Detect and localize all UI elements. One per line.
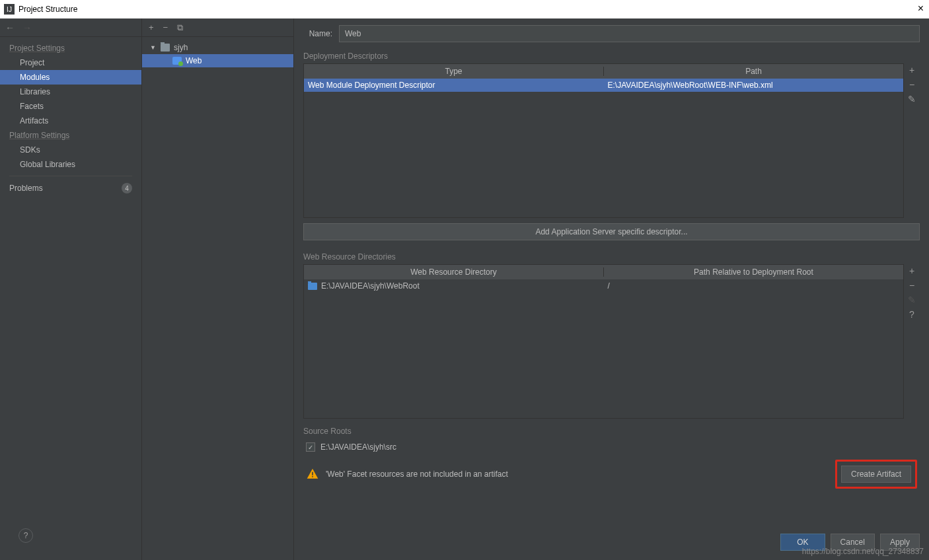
problems-label: Problems xyxy=(9,184,43,193)
module-tree-panel: + − ⧉ ▼ sjyh Web xyxy=(142,18,294,560)
source-root-path: E:\JAVAIDEA\sjyh\src xyxy=(320,442,396,452)
sidebar-item-global-libraries[interactable]: Global Libraries xyxy=(0,157,141,172)
copy-icon[interactable]: ⧉ xyxy=(177,22,183,33)
section-project-settings: Project Settings xyxy=(0,41,141,55)
source-root-item[interactable]: ✓ E:\JAVAIDEA\sjyh\src xyxy=(303,438,920,456)
add-icon[interactable]: + xyxy=(149,22,154,32)
help-icon[interactable]: ? xyxy=(19,528,33,543)
sidebar-item-sdks[interactable]: SDKs xyxy=(0,143,141,157)
name-label: Name: xyxy=(303,29,332,38)
dd-edit-icon[interactable]: ✎ xyxy=(908,94,916,104)
create-artifact-button[interactable]: Create Artifact xyxy=(841,466,911,483)
back-icon[interactable]: ← xyxy=(5,22,15,33)
wrd-help-icon[interactable]: ? xyxy=(909,309,914,320)
name-row: Name: xyxy=(303,25,920,42)
checkbox-icon[interactable]: ✓ xyxy=(306,442,315,452)
warning-text: 'Web' Facet resources are not included i… xyxy=(326,470,829,479)
add-app-server-descriptor-button[interactable]: Add Application Server specific descript… xyxy=(303,223,920,240)
wrd-row-rel: / xyxy=(604,281,904,291)
dd-row[interactable]: Web Module Deployment Descriptor E:\JAVA… xyxy=(304,79,903,92)
wrd-row-dir: E:\JAVAIDEA\sjyh\WebRoot xyxy=(304,281,604,291)
dd-add-icon[interactable]: + xyxy=(909,65,914,75)
app-icon: IJ xyxy=(4,4,15,15)
sidebar-nav: ← → xyxy=(0,18,141,37)
close-icon[interactable]: × xyxy=(918,3,924,15)
wrd-header: Web Resource Directory Path Relative to … xyxy=(304,265,903,279)
remove-icon[interactable]: − xyxy=(163,22,168,32)
dd-row-path: E:\JAVAIDEA\sjyh\WebRoot\WEB-INF\web.xml xyxy=(604,81,904,90)
dd-row-type: Web Module Deployment Descriptor xyxy=(304,81,604,90)
source-roots-label: Source Roots xyxy=(303,427,920,436)
svg-rect-0 xyxy=(312,472,313,475)
dd-col-path: Path xyxy=(604,67,903,76)
sidebar-item-libraries[interactable]: Libraries xyxy=(0,85,141,99)
forward-icon: → xyxy=(22,22,32,33)
warning-row: 'Web' Facet resources are not included i… xyxy=(303,456,920,495)
sidebar-item-problems[interactable]: Problems 4 xyxy=(0,180,141,196)
module-icon xyxy=(161,44,170,52)
tree-toolbar: + − ⧉ xyxy=(142,18,293,37)
dd-actions: + − ✎ xyxy=(904,63,920,218)
warning-icon xyxy=(306,468,319,481)
name-input[interactable] xyxy=(339,25,920,42)
sidebar-item-modules[interactable]: Modules xyxy=(0,70,141,85)
dd-remove-icon[interactable]: − xyxy=(909,79,914,90)
wrd-edit-icon: ✎ xyxy=(908,295,916,305)
sidebar-item-project[interactable]: Project xyxy=(0,55,141,70)
tree-row-facet[interactable]: Web xyxy=(142,54,293,67)
module-label: sjyh xyxy=(174,43,188,52)
section-platform-settings: Platform Settings xyxy=(0,128,141,143)
web-facet-icon xyxy=(172,57,182,65)
sidebar-item-facets[interactable]: Facets xyxy=(0,99,141,114)
watermark: https://blog.csdn.net/qq_27348837 xyxy=(802,547,924,556)
wrd-add-icon[interactable]: + xyxy=(909,265,914,276)
folder-icon xyxy=(308,283,317,290)
tree-row-module[interactable]: ▼ sjyh xyxy=(142,41,293,54)
dd-table: Type Path Web Module Deployment Descript… xyxy=(303,63,904,218)
wrd-row[interactable]: E:\JAVAIDEA\sjyh\WebRoot / xyxy=(304,279,903,293)
wrd-section-label: Web Resource Directories xyxy=(303,252,920,262)
wrd-actions: + − ✎ ? xyxy=(904,264,920,419)
wrd-table: Web Resource Directory Path Relative to … xyxy=(303,264,904,419)
expander-icon[interactable]: ▼ xyxy=(150,44,158,51)
problems-badge: 4 xyxy=(122,183,132,193)
wrd-col-dir: Web Resource Directory xyxy=(304,267,604,277)
wrd-col-rel: Path Relative to Deployment Root xyxy=(604,267,903,277)
dd-header: Type Path xyxy=(304,64,903,79)
create-artifact-highlight: Create Artifact xyxy=(835,460,917,489)
window-title: Project Structure xyxy=(19,5,77,14)
dd-section-label: Deployment Descriptors xyxy=(303,52,920,61)
dd-col-type: Type xyxy=(304,67,604,76)
sidebar: ← → Project Settings Project Modules Lib… xyxy=(0,18,142,560)
svg-rect-1 xyxy=(312,476,313,477)
wrd-remove-icon[interactable]: − xyxy=(909,280,914,291)
facet-label: Web xyxy=(186,56,202,65)
separator xyxy=(9,176,132,176)
details-panel: Name: Deployment Descriptors Type Path W… xyxy=(294,18,929,560)
titlebar: IJ Project Structure × xyxy=(0,0,929,18)
sidebar-item-artifacts[interactable]: Artifacts xyxy=(0,114,141,128)
